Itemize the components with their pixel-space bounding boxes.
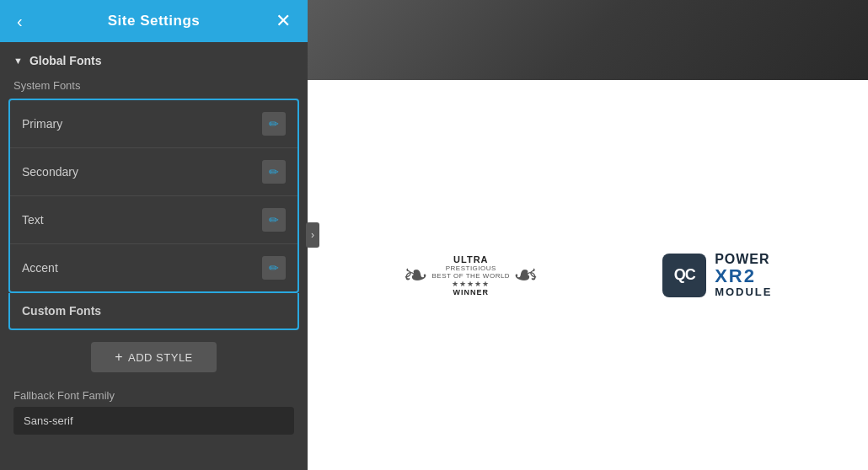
qc-logo: QC bbox=[662, 254, 706, 297]
font-item-primary-label: Primary bbox=[22, 117, 62, 131]
edit-primary-button[interactable]: ✏ bbox=[262, 112, 286, 136]
pencil-icon: ✏ bbox=[269, 165, 279, 179]
back-button[interactable]: ‹ bbox=[12, 9, 28, 33]
edit-accent-button[interactable]: ✏ bbox=[262, 256, 286, 280]
system-fonts-label: System Fonts bbox=[0, 76, 308, 99]
ultra-badge: ❧ ULTRA PRESTIGIOUS BEST OF THE WORLD ★★… bbox=[403, 254, 538, 296]
close-button[interactable]: ✕ bbox=[271, 8, 296, 34]
custom-fonts-section: Custom Fonts bbox=[8, 293, 299, 330]
ultra-title: ULTRA bbox=[431, 254, 510, 264]
close-icon: ✕ bbox=[276, 10, 291, 31]
top-gradient bbox=[308, 0, 868, 80]
ultra-text: ULTRA PRESTIGIOUS BEST OF THE WORLD ★★★★… bbox=[431, 254, 510, 296]
collapse-sidebar-button[interactable]: › bbox=[306, 222, 319, 248]
module-title: MODULE bbox=[715, 286, 772, 298]
pencil-icon: ✏ bbox=[269, 117, 279, 131]
sidebar-header: ‹ Site Settings ✕ bbox=[0, 0, 308, 42]
pencil-icon: ✏ bbox=[269, 213, 279, 227]
main-content: ❧ ULTRA PRESTIGIOUS BEST OF THE WORLD ★★… bbox=[308, 0, 868, 470]
chevron-down-icon: ▼ bbox=[13, 56, 23, 66]
edit-secondary-button[interactable]: ✏ bbox=[262, 160, 286, 184]
add-style-row: + ADD STYLE bbox=[0, 330, 308, 381]
plus-icon: + bbox=[115, 350, 123, 365]
header-title: Site Settings bbox=[108, 13, 200, 29]
chevron-left-icon: › bbox=[311, 229, 314, 241]
global-fonts-toggle[interactable]: ▼ Global Fonts bbox=[0, 42, 308, 76]
ultra-stars: ★★★★★ bbox=[431, 280, 510, 288]
fallback-section: Fallback Font Family bbox=[0, 381, 308, 435]
font-item-secondary[interactable]: Secondary ✏ bbox=[10, 148, 297, 196]
font-item-accent-label: Accent bbox=[22, 261, 58, 275]
power-badge: QC POWER XR2 MODULE bbox=[662, 252, 772, 298]
add-style-label: ADD STYLE bbox=[128, 351, 193, 364]
ultra-best-label: BEST OF THE WORLD bbox=[431, 272, 510, 280]
custom-fonts-label: Custom Fonts bbox=[22, 304, 101, 318]
main-bottom-area: ❧ ULTRA PRESTIGIOUS BEST OF THE WORLD ★★… bbox=[308, 80, 868, 470]
back-icon: ‹ bbox=[17, 12, 23, 30]
font-item-text[interactable]: Text ✏ bbox=[10, 196, 297, 244]
font-item-text-label: Text bbox=[22, 213, 44, 227]
fallback-font-input[interactable] bbox=[13, 407, 294, 435]
edit-text-button[interactable]: ✏ bbox=[262, 208, 286, 232]
main-top-area bbox=[308, 0, 868, 80]
system-fonts-box: Primary ✏ Secondary ✏ Text ✏ Accent ✏ bbox=[8, 99, 299, 293]
xr2-title: XR2 bbox=[715, 267, 772, 286]
sidebar: ‹ Site Settings ✕ ▼ Global Fonts System … bbox=[0, 0, 308, 470]
pencil-icon: ✏ bbox=[269, 261, 279, 275]
power-text: POWER XR2 MODULE bbox=[715, 252, 772, 298]
ultra-winner-label: WINNER bbox=[431, 288, 510, 296]
add-style-button[interactable]: + ADD STYLE bbox=[91, 342, 217, 372]
laurel-right-icon: ❧ bbox=[513, 260, 538, 291]
global-fonts-label: Global Fonts bbox=[29, 54, 102, 67]
font-item-secondary-label: Secondary bbox=[22, 165, 78, 179]
font-item-accent[interactable]: Accent ✏ bbox=[10, 244, 297, 291]
fallback-font-label: Fallback Font Family bbox=[13, 389, 294, 402]
font-item-primary[interactable]: Primary ✏ bbox=[10, 100, 297, 148]
ultra-prestigious-label: PRESTIGIOUS bbox=[431, 264, 510, 272]
laurel-wrap: ❧ ULTRA PRESTIGIOUS BEST OF THE WORLD ★★… bbox=[403, 254, 538, 296]
laurel-left-icon: ❧ bbox=[403, 260, 428, 291]
